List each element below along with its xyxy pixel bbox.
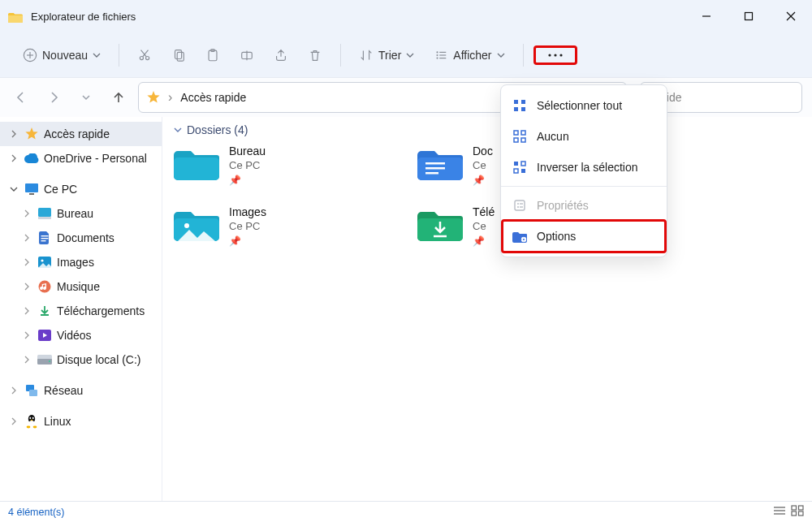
thumbnails-view-button[interactable]: [791, 505, 804, 519]
sidebar-local-disk[interactable]: Disque local (C:): [0, 347, 162, 372]
svg-point-70: [517, 203, 519, 205]
details-view-button[interactable]: [773, 505, 786, 519]
sidebar-pictures[interactable]: Images: [0, 250, 162, 274]
new-label: Nouveau: [42, 49, 88, 62]
video-icon: [37, 328, 52, 343]
svg-rect-67: [514, 169, 518, 173]
tree-label: Bureau: [57, 207, 93, 220]
svg-rect-38: [37, 355, 52, 359]
pin-icon: 📌: [229, 235, 266, 247]
more-icon: [547, 53, 564, 58]
rename-button[interactable]: [231, 43, 262, 67]
invert-icon: [512, 160, 527, 175]
copy-button[interactable]: [163, 43, 194, 67]
cut-button[interactable]: [129, 43, 160, 67]
music-icon: [37, 279, 52, 294]
svg-point-25: [559, 54, 562, 56]
sidebar-downloads[interactable]: Téléchargements: [0, 299, 162, 323]
menu-label: Sélectionner tout: [537, 99, 622, 112]
view-icon: [434, 48, 448, 63]
menu-options[interactable]: Options: [501, 221, 667, 252]
more-button[interactable]: [533, 45, 577, 65]
menu-invert-selection[interactable]: Inverser la sélection: [501, 152, 667, 183]
svg-rect-85: [792, 511, 797, 516]
svg-rect-27: [29, 193, 34, 195]
breadcrumb-current: Accès rapide: [180, 91, 246, 104]
sidebar-linux[interactable]: Linux: [0, 409, 162, 434]
desktop-icon: [37, 206, 52, 221]
separator: [119, 44, 119, 67]
back-button[interactable]: [15, 91, 28, 104]
svg-rect-86: [799, 511, 804, 516]
chevron-down-icon: [497, 51, 505, 59]
minimize-button[interactable]: [685, 0, 728, 32]
svg-rect-1: [745, 13, 753, 20]
svg-rect-12: [177, 52, 184, 61]
svg-point-7: [140, 56, 143, 59]
menu-select-none[interactable]: Aucun: [501, 121, 667, 152]
svg-point-21: [437, 57, 438, 58]
scissors-icon: [137, 48, 152, 63]
svg-rect-49: [174, 157, 219, 180]
forward-button[interactable]: [47, 91, 60, 104]
tree-label: Disque local (C:): [57, 353, 140, 366]
tree-label: Linux: [44, 415, 71, 428]
sort-button[interactable]: Trier: [351, 43, 422, 67]
new-button[interactable]: Nouveau: [15, 43, 109, 67]
paste-button[interactable]: [197, 43, 228, 67]
sidebar-desktop[interactable]: Bureau: [0, 201, 162, 226]
svg-point-24: [554, 54, 556, 56]
sidebar-network[interactable]: Réseau: [0, 378, 162, 403]
folder-loc: Ce: [473, 220, 495, 232]
close-button[interactable]: [770, 0, 812, 32]
delete-button[interactable]: [300, 43, 330, 67]
recent-button[interactable]: [80, 91, 93, 104]
sidebar-onedrive[interactable]: OneDrive - Personal: [0, 146, 162, 170]
pin-icon: 📌: [473, 235, 495, 247]
folder-loc: Ce PC: [229, 159, 266, 171]
svg-point-48: [33, 426, 37, 429]
folder-item[interactable]: Images Ce PC 📌: [174, 205, 385, 247]
sort-label: Trier: [378, 49, 401, 62]
sidebar-music[interactable]: Musique: [0, 274, 162, 299]
folder-icon-downloads: [417, 205, 463, 241]
sidebar-documents[interactable]: Documents: [0, 226, 162, 250]
svg-rect-53: [425, 172, 438, 175]
view-button[interactable]: Afficher: [425, 43, 512, 67]
tree-label: Images: [57, 256, 94, 269]
menu-select-all[interactable]: Sélectionner tout: [501, 90, 667, 121]
svg-point-72: [517, 206, 519, 208]
star-icon: [24, 127, 39, 141]
chevron-down-icon: [174, 126, 182, 134]
status-count: 4 élément(s): [8, 507, 64, 518]
svg-rect-30: [41, 235, 49, 236]
options-icon: [512, 229, 527, 244]
share-button[interactable]: [266, 43, 296, 67]
up-button[interactable]: [112, 91, 125, 104]
maximize-button[interactable]: [728, 0, 770, 32]
svg-rect-69: [515, 201, 525, 210]
svg-point-39: [49, 360, 50, 362]
tree-label: OneDrive - Personal: [44, 152, 147, 165]
svg-rect-29: [38, 217, 51, 219]
folder-loc: Ce: [473, 159, 493, 171]
svg-point-44: [29, 421, 35, 427]
folder-name: Images: [229, 205, 266, 218]
section-header[interactable]: Dossiers (4): [174, 123, 801, 136]
menu-label: Aucun: [537, 130, 569, 143]
document-icon: [37, 231, 52, 245]
sidebar-quick-access[interactable]: Accès rapide: [0, 122, 162, 146]
svg-rect-83: [792, 506, 797, 510]
sidebar-this-pc[interactable]: Ce PC: [0, 177, 162, 201]
tree-label: Réseau: [44, 384, 83, 397]
sidebar-videos[interactable]: Vidéos: [0, 323, 162, 347]
folder-icon-images: [174, 205, 219, 241]
svg-rect-68: [521, 169, 525, 173]
download-icon: [37, 304, 52, 318]
tree-label: Ce PC: [44, 183, 77, 196]
svg-rect-31: [41, 238, 49, 239]
folder-item[interactable]: Bureau Ce PC 📌: [174, 145, 385, 186]
copy-icon: [171, 48, 186, 63]
folder-loc: Ce PC: [229, 220, 266, 232]
rename-icon: [240, 48, 254, 63]
